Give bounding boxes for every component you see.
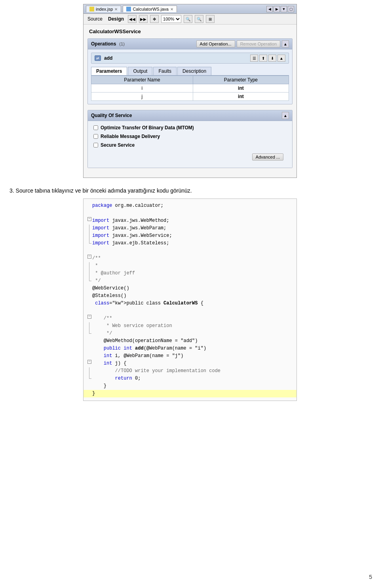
code-gutter-collapse [87, 367, 92, 375]
code-line: */ [84, 277, 296, 285]
code-line: package org.me.calcuator; [84, 202, 296, 210]
code-text: import javax.jws.WebParam; [92, 225, 293, 232]
param-name-header: Parameter Name [91, 76, 193, 84]
qos-secure-label: Secure Service [101, 142, 135, 148]
zoom-select[interactable]: 100% 75% 150% [161, 15, 181, 23]
code-line: import javax.jws.WebParam; [84, 225, 296, 232]
tab-description[interactable]: Description [177, 67, 211, 75]
toolbar-zoom-in-btn[interactable]: 🔍 [184, 15, 192, 23]
code-text: */ [92, 277, 293, 285]
nav-maximize-btn[interactable]: ▢ [288, 6, 294, 12]
tab-calculatorws-java[interactable]: CalculatorWS.java ✕ [123, 6, 177, 12]
tab-calculatorws-close[interactable]: ✕ [170, 7, 173, 11]
code-gutter-collapse: − [87, 360, 92, 364]
remove-operation-btn[interactable]: Remove Operation [237, 40, 280, 47]
tab-index-jsp[interactable]: index.jsp ✕ [86, 6, 121, 12]
table-row: i int [91, 84, 289, 93]
code-text: int i, @WebParam(name = "j") [92, 352, 293, 360]
qos-reliable-checkbox[interactable] [93, 134, 98, 139]
tab-output[interactable]: Output [128, 67, 152, 75]
code-line: //TODO write your implementation code [84, 367, 296, 375]
operations-panel: Operations (1) Add Operation... Remove O… [87, 38, 293, 104]
operation-name: add [104, 55, 112, 61]
qos-mtom-checkbox[interactable] [93, 125, 98, 130]
code-line: @WebService() [84, 285, 296, 292]
design-tab[interactable]: Design [106, 16, 125, 22]
step-text: 3. Source tabına tıklayınız ve bir öncek… [8, 187, 372, 194]
nav-prev-btn[interactable]: ◀ [266, 6, 273, 12]
op-btn-up[interactable]: ⬆ [259, 55, 267, 62]
code-text: int j) { [92, 360, 293, 367]
param-j-name: j [91, 93, 193, 101]
code-text: @WebMethod(operationName = "add") [92, 337, 293, 345]
code-text: } [92, 390, 293, 397]
op-btn-collapse[interactable]: ▲ [277, 55, 285, 62]
code-text: * [92, 262, 293, 270]
code-text: @Stateless() [92, 292, 293, 300]
tab-index-jsp-close[interactable]: ✕ [114, 7, 118, 11]
nav-dropdown-btn[interactable]: ▼ [281, 6, 287, 12]
toolbar-move-btn2[interactable]: ▶▶ [139, 15, 148, 23]
code-text: /** [92, 255, 293, 262]
ide-nav-buttons: ◀ ▶ ▼ ▢ [266, 6, 294, 12]
operation-tabs: Parameters Output Faults Description [91, 67, 289, 76]
nav-next-btn[interactable]: ▶ [274, 6, 280, 12]
op-btn-list[interactable]: ☰ [250, 55, 258, 62]
toolbar-zoom-out-btn[interactable]: 🔍 [195, 15, 203, 23]
toolbar-move-btn1[interactable]: ◀◀ [128, 15, 137, 23]
operation-actions: ☰ ⬆ ⬇ ▲ [250, 55, 285, 62]
code-gutter-collapse [87, 277, 92, 281]
code-line: −import javax.jws.WebMethod; [84, 217, 296, 225]
tab-calculatorws-label: CalculatorWS.java [133, 7, 168, 11]
qos-advanced-row: Advanced ... [93, 151, 287, 164]
qos-body: Optimize Transfer Of Binary Data (MTOM) … [88, 121, 292, 168]
code-text: * @author jeff [92, 270, 293, 277]
java-icon [126, 7, 131, 11]
parameters-table: Parameter Name Parameter Type i int j in… [91, 76, 289, 101]
code-text: } [92, 382, 293, 390]
jsp-icon [89, 7, 94, 11]
source-tab[interactable]: Source [86, 16, 104, 22]
toolbar-hand-btn[interactable]: ✥ [150, 15, 159, 23]
ide-titlebar: index.jsp ✕ CalculatorWS.java ✕ ◀ ▶ ▼ ▢ [84, 4, 296, 14]
operations-count: (1) [119, 42, 124, 46]
operation-add-row: ⇌ add ☰ ⬆ ⬇ ▲ [91, 53, 289, 64]
qos-panel-header: Quality Of Service ▲ [88, 110, 292, 121]
ide-toolbar: Source Design ◀◀ ▶▶ ✥ 100% 75% 150% 🔍 🔍 … [84, 14, 296, 25]
code-line: * Web service operation [84, 322, 296, 330]
page-number: 5 [369, 574, 372, 580]
service-title: CalculatorWSService [87, 28, 293, 34]
code-line: } [84, 390, 296, 397]
code-line [84, 307, 296, 315]
code-line: class="kw">public class CalculatorWS { [84, 300, 296, 307]
code-text: public int add(@WebParam(name = "i") [92, 345, 293, 352]
operations-panel-body: ⇌ add ☰ ⬆ ⬇ ▲ Parameters Output Faults D… [88, 49, 292, 104]
tab-faults[interactable]: Faults [153, 67, 177, 75]
code-line: */ [84, 330, 296, 337]
tab-parameters[interactable]: Parameters [91, 67, 127, 75]
code-line: import javax.jws.WebService; [84, 232, 296, 240]
code-gutter-collapse [87, 270, 92, 277]
code-line: @WebMethod(operationName = "add") [84, 337, 296, 345]
code-line: − /** [84, 315, 296, 322]
qos-item-reliable: Reliable Message Delivery [93, 134, 287, 139]
toolbar-expand-btn[interactable]: ⊞ [206, 15, 215, 23]
toolbar-zoom: 100% 75% 150% [161, 15, 181, 23]
add-operation-btn[interactable]: Add Operation... [196, 40, 235, 47]
code-line: @Stateless() [84, 292, 296, 300]
qos-item-secure: Secure Service [93, 142, 287, 148]
param-j-type: int [193, 93, 289, 101]
operations-collapse-btn[interactable]: ▲ [282, 40, 289, 47]
code-gutter-collapse [87, 225, 92, 232]
qos-collapse-btn[interactable]: ▲ [282, 112, 289, 119]
code-text: package org.me.calcuator; [92, 202, 293, 210]
code-line: int i, @WebParam(name = "j") [84, 352, 296, 360]
qos-secure-checkbox[interactable] [93, 143, 98, 147]
code-line: * @author jeff [84, 270, 296, 277]
operations-title: Operations [91, 41, 116, 47]
qos-title: Quality Of Service [91, 113, 132, 118]
tab-index-jsp-label: index.jsp [96, 7, 113, 11]
op-btn-down[interactable]: ⬇ [268, 55, 276, 62]
code-text: import javax.jws.WebMethod; [92, 217, 293, 225]
advanced-btn[interactable]: Advanced ... [252, 153, 283, 161]
